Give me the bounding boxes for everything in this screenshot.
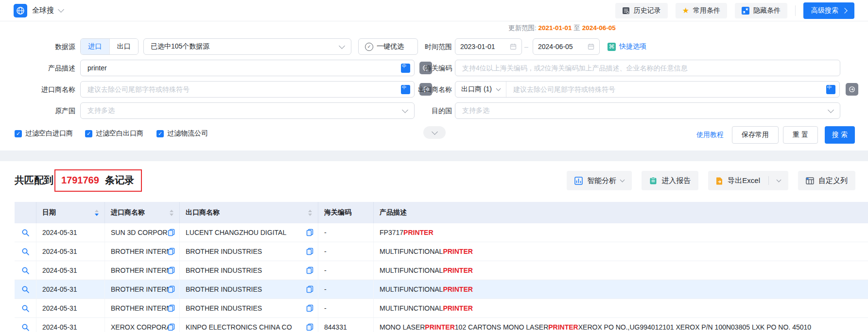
copy-icon[interactable]: [168, 304, 175, 312]
row-exporter[interactable]: BROTHER INDUSTRIES: [180, 299, 318, 317]
hs-code-input[interactable]: [462, 64, 833, 72]
collapse-icon: [742, 7, 749, 15]
sort-icons[interactable]: [170, 210, 174, 216]
sort-icons[interactable]: [95, 210, 99, 216]
copy-icon[interactable]: [306, 266, 313, 274]
checkbox-checked-icon: ✓: [15, 130, 22, 137]
datasource-label: 数据源: [15, 38, 75, 55]
magnifier-icon[interactable]: [21, 304, 30, 313]
results-table: 日期 进口商名称 出口商名称 海关编码 产品描述 2024: [15, 202, 868, 332]
app-switch-chevron-down-icon[interactable]: [58, 6, 64, 13]
translate-icon[interactable]: 中A: [826, 85, 835, 94]
copy-icon[interactable]: [306, 248, 313, 255]
row-hs-code: -: [318, 261, 374, 280]
global-search-page: 全球搜 历史记录 ★ 常用条件 隐藏条件 高级搜索 更新范围:: [0, 0, 868, 332]
row-importer[interactable]: BROTHER INTERN: [105, 299, 180, 317]
row-preview-button[interactable]: [15, 242, 36, 261]
save-favorite-button[interactable]: 保存常用: [732, 126, 779, 144]
row-importer[interactable]: SUN 3D CORPOR: [105, 223, 180, 242]
exporter-type-select[interactable]: 出口商 (1): [455, 82, 506, 97]
row-preview-button[interactable]: [15, 261, 36, 280]
reset-button[interactable]: 重 置: [783, 126, 818, 144]
magnifier-icon[interactable]: [21, 248, 30, 256]
magnifier-icon[interactable]: [21, 266, 30, 275]
row-exporter[interactable]: KINPO ELECTRONICS CHINA CO: [180, 318, 318, 332]
row-importer[interactable]: BROTHER INTERN: [105, 242, 180, 261]
row-importer[interactable]: XEROX CORPORA: [105, 318, 180, 332]
copy-icon[interactable]: [306, 323, 313, 331]
table-row[interactable]: 2024-05-31BROTHER INTERN BROTHER INDUSTR…: [15, 242, 868, 261]
datasource-select[interactable]: 已选中105个数据源: [143, 38, 351, 55]
copy-icon[interactable]: [168, 323, 175, 331]
checkbox-checked-icon: ✓: [156, 130, 164, 137]
search-button[interactable]: 搜 索: [825, 126, 855, 144]
destination-country-select[interactable]: 支持多选: [455, 102, 840, 119]
copy-icon[interactable]: [168, 229, 175, 236]
export-options-chevron-down-icon[interactable]: [777, 177, 781, 182]
row-importer[interactable]: BROTHER INTERN: [105, 280, 180, 299]
chevron-down-icon: [339, 43, 345, 49]
row-exporter[interactable]: BROTHER INDUSTRIES: [180, 242, 318, 261]
header-exporter[interactable]: 出口商名称: [180, 202, 318, 223]
filter-logistics-checkbox[interactable]: ✓ 过滤物流公司: [156, 129, 208, 138]
row-preview-button[interactable]: [15, 318, 36, 332]
copy-icon[interactable]: [306, 304, 313, 312]
table-row[interactable]: 2024-05-31BROTHER INTERN BROTHER INDUSTR…: [15, 299, 868, 318]
magnifier-icon[interactable]: [21, 285, 30, 294]
row-date: 2024-05-31: [36, 280, 105, 299]
copy-icon[interactable]: [168, 248, 175, 255]
report-icon: [649, 177, 657, 185]
row-preview-button[interactable]: [15, 280, 36, 299]
origin-country-label: 原产国: [15, 102, 75, 119]
results-count: 1791769: [61, 175, 99, 186]
row-product-desc: MONO LASER PRINTER 102 CARTONS MONO LASE…: [374, 318, 868, 332]
date-from-input[interactable]: 2023-01-01: [455, 38, 522, 55]
header-date[interactable]: 日期: [36, 202, 105, 223]
quick-options-link[interactable]: ⌘ 快捷选项: [608, 38, 646, 55]
date-to-input[interactable]: 2024-06-05: [533, 38, 600, 55]
export-excel-button[interactable]: 导出Excel: [708, 171, 788, 190]
export-tab[interactable]: 出口: [109, 39, 139, 54]
filter-blank-importer-checkbox[interactable]: ✓ 过滤空白进口商: [15, 129, 73, 138]
hide-conditions-button[interactable]: 隐藏条件: [735, 3, 787, 18]
star-icon: ★: [682, 7, 689, 15]
row-exporter[interactable]: LUCENT CHANGZHOU DIGITAL: [180, 223, 318, 242]
row-exporter[interactable]: BROTHER INDUSTRIES: [180, 261, 318, 280]
enter-report-button[interactable]: 进入报告: [642, 171, 698, 190]
history-button[interactable]: 历史记录: [615, 3, 668, 18]
tutorial-link[interactable]: 使用教程: [696, 126, 724, 144]
copy-icon[interactable]: [168, 285, 175, 293]
row-importer[interactable]: BROTHER INTERN: [105, 261, 180, 280]
table-row[interactable]: 2024-05-31SUN 3D CORPOR LUCENT CHANGZHOU…: [15, 223, 868, 242]
importer-field: 中A: [80, 81, 415, 98]
table-row[interactable]: 2024-05-31BROTHER INTERN BROTHER INDUSTR…: [15, 261, 868, 280]
advanced-search-button[interactable]: 高级搜索: [803, 2, 854, 19]
table-row[interactable]: 2024-05-31BROTHER INTERN BROTHER INDUSTR…: [15, 280, 868, 299]
magnifier-icon[interactable]: [21, 229, 30, 237]
smart-analysis-button[interactable]: 智能分析: [567, 171, 632, 190]
favorite-conditions-button[interactable]: ★ 常用条件: [676, 3, 727, 18]
synonym-expand-button[interactable]: [846, 83, 858, 96]
sort-icons[interactable]: [308, 210, 312, 216]
app-name: 全球搜: [32, 6, 54, 15]
exporter-label: 出口商名称: [384, 81, 452, 98]
header-importer[interactable]: 进口商名称: [105, 202, 180, 223]
results-actions: 智能分析 进入报告 导出Excel 自定义列: [567, 171, 855, 190]
row-date: 2024-05-31: [36, 261, 105, 280]
copy-icon[interactable]: [306, 229, 313, 236]
copy-icon[interactable]: [306, 285, 313, 293]
origin-country-select[interactable]: 支持多选: [80, 102, 415, 119]
row-exporter[interactable]: BROTHER INDUSTRIES: [180, 280, 318, 299]
row-preview-button[interactable]: [15, 299, 36, 317]
copy-icon[interactable]: [168, 266, 175, 274]
results-section: 共匹配到 1791769 条记录 智能分析 进入报告 导出Excel: [0, 161, 868, 332]
magnifier-icon[interactable]: [21, 323, 30, 332]
import-tab[interactable]: 进口: [81, 39, 109, 54]
filter-blank-exporter-checkbox[interactable]: ✓ 过滤空白出口商: [85, 129, 143, 138]
table-row[interactable]: 2024-05-31XEROX CORPORA KINPO ELECTRONIC…: [15, 318, 868, 332]
row-preview-button[interactable]: [15, 223, 36, 242]
row-date: 2024-05-31: [36, 223, 105, 242]
collapse-form-button[interactable]: [423, 126, 446, 139]
customize-columns-button[interactable]: 自定义列: [798, 171, 855, 190]
history-icon: [622, 7, 630, 15]
